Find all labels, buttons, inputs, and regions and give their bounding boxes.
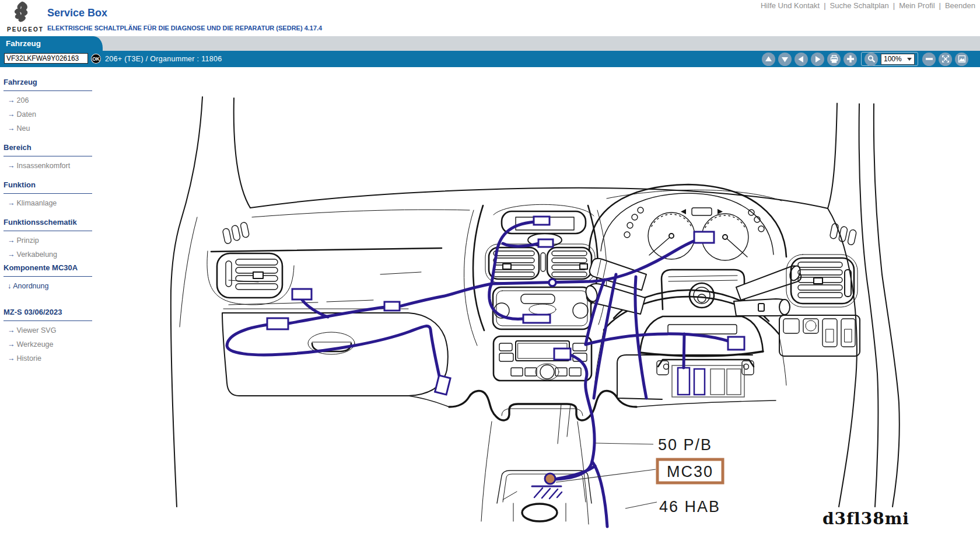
fuse-slot-1[interactable]	[678, 368, 690, 395]
instrument-cluster	[589, 184, 786, 260]
wire-label-50-pb: 50 P/B	[658, 436, 712, 454]
connector-left-upper[interactable]	[292, 289, 312, 299]
connector-oval[interactable]	[538, 239, 553, 247]
connector-tilted[interactable]	[435, 375, 450, 395]
center-air-vents	[485, 244, 595, 283]
connector-display[interactable]	[534, 217, 550, 225]
harness-junction	[549, 279, 556, 286]
leader-line-46hab	[625, 502, 657, 508]
component-mc30-label: MC30	[667, 463, 713, 480]
connector-heater[interactable]	[523, 315, 550, 323]
ground-symbol	[532, 473, 562, 499]
diagram-labels: 50 P/B MC30 46 HAB d3fl38mi	[556, 436, 909, 528]
drawing-code: d3fl38mi	[822, 509, 909, 528]
connector-left[interactable]	[267, 318, 288, 329]
wire-label-46-hab: 46 HAB	[659, 498, 720, 515]
glovebox	[222, 309, 448, 396]
connector-cluster[interactable]	[694, 232, 714, 243]
ground-point[interactable]	[545, 473, 555, 484]
leader-line-50pb	[595, 443, 653, 444]
connector-right[interactable]	[728, 337, 744, 350]
service-box-window: PEUGEOT Service Box ELEKTRISCHE SCHALTPL…	[0, 0, 980, 540]
connector-radio[interactable]	[554, 349, 570, 360]
wiring-location-diagram: 50 P/B MC30 46 HAB d3fl38mi	[0, 0, 980, 540]
left-air-vent	[207, 251, 294, 305]
dashboard-line-art	[171, 97, 900, 524]
switch-panel	[779, 315, 860, 356]
connector-mid[interactable]	[384, 302, 400, 311]
fuse-relay-box	[617, 355, 754, 399]
fuse-slot-2[interactable]	[694, 369, 705, 395]
